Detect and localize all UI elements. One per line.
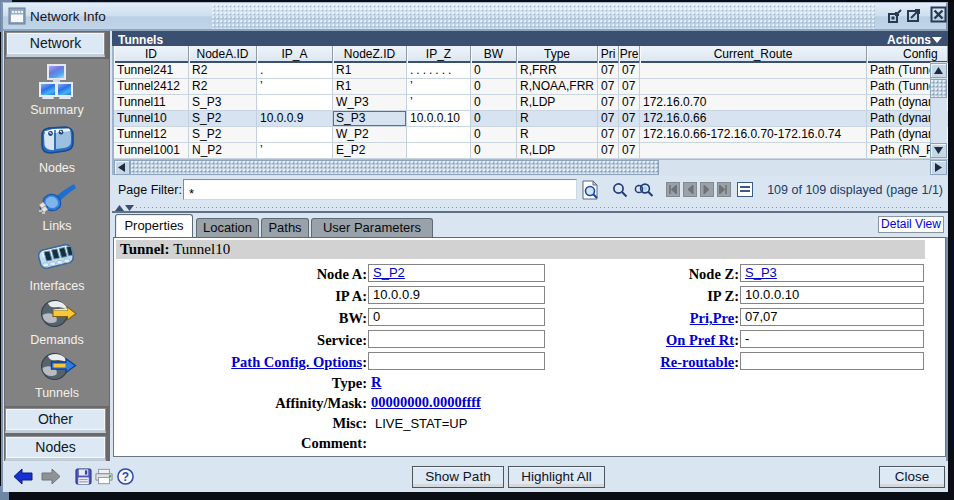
svg-text:?: ? [122, 470, 129, 484]
